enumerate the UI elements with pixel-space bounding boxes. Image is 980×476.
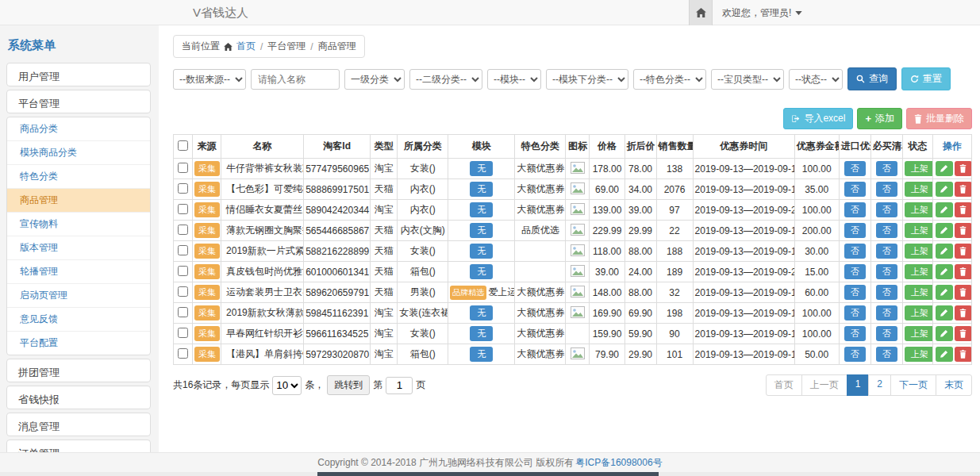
horizontal-scrollbar[interactable] [0,472,980,476]
sidebar-subitem-3[interactable]: 模块商品分类 [7,141,150,165]
import-pref-toggle[interactable]: 否 [844,326,866,341]
sidebar-item-15[interactable]: 订单管理 [6,440,151,452]
per-page-select[interactable]: 10 [272,376,302,395]
row-checkbox[interactable] [178,183,188,194]
user-menu[interactable]: 欢迎您，管理员! [713,6,812,20]
sidebar-subitem-4[interactable]: 特色分类 [7,165,150,189]
row-checkbox[interactable] [178,225,188,235]
sidebar-subitem-5[interactable]: 商品管理 [7,189,150,213]
sidebar-subitem-10[interactable]: 意见反馈 [7,308,150,332]
page-button-5[interactable]: 末页 [936,374,972,396]
delete-button[interactable] [955,326,972,341]
filter-select-5[interactable]: --模块下分类-- [546,69,628,90]
must-buy-toggle[interactable]: 否 [876,182,897,197]
jump-page-input[interactable] [386,377,413,394]
page-button-4[interactable]: 下一页 [890,374,936,396]
sidebar-subitem-6[interactable]: 宣传物料 [7,213,150,236]
import-pref-toggle[interactable]: 否 [844,223,866,238]
import-pref-toggle[interactable]: 否 [844,285,866,300]
must-buy-toggle[interactable]: 否 [876,326,897,341]
edit-button[interactable] [936,347,953,362]
import-pref-toggle[interactable]: 否 [844,161,866,176]
delete-button[interactable] [955,161,972,176]
edit-button[interactable] [936,161,953,176]
must-buy-toggle[interactable]: 否 [876,305,897,321]
edit-button[interactable] [936,264,953,279]
scrollbar-thumb[interactable] [317,472,659,476]
edit-button[interactable] [936,223,953,238]
page-button-1[interactable]: 上一页 [801,374,847,396]
must-buy-toggle[interactable]: 否 [876,244,897,259]
select-all-checkbox[interactable] [178,140,188,151]
row-checkbox[interactable] [178,204,188,214]
edit-button[interactable] [936,285,953,300]
row-checkbox[interactable] [178,328,188,338]
sidebar-item-13[interactable]: 省钱快报 [6,386,151,409]
jump-button[interactable]: 跳转到 [327,375,370,395]
sidebar-item-14[interactable]: 消息管理 [6,413,151,436]
edit-button[interactable] [936,182,953,197]
home-button[interactable] [689,0,713,25]
must-buy-toggle[interactable]: 否 [876,223,897,238]
page-button-2[interactable]: 1 [847,374,870,396]
edit-button[interactable] [936,326,953,341]
must-buy-toggle[interactable]: 否 [876,347,897,362]
import-pref-toggle[interactable]: 否 [844,305,866,321]
import-pref-toggle[interactable]: 否 [844,202,866,217]
delete-button[interactable] [955,264,972,279]
must-buy-toggle[interactable]: 否 [876,264,897,279]
add-button[interactable]: + 添加 [857,108,902,129]
status-toggle[interactable]: 上架 [905,223,933,238]
batch-delete-button[interactable]: 批量删除 [906,108,972,129]
icp-link[interactable]: 粤ICP备16098006号 [575,456,662,470]
sidebar-subitem-9[interactable]: 启动页管理 [7,284,150,308]
filter-select-6[interactable]: --特色分类-- [633,69,706,90]
delete-button[interactable] [955,347,972,362]
filter-select-4[interactable]: --模块-- [487,69,541,90]
breadcrumb-home-link[interactable]: 首页 [236,40,256,53]
must-buy-toggle[interactable]: 否 [876,202,897,217]
import-pref-toggle[interactable]: 否 [844,264,866,279]
reset-button[interactable]: 重置 [901,67,951,90]
filter-select-2[interactable]: 一级分类 [344,69,405,90]
delete-button[interactable] [955,202,972,217]
status-toggle[interactable]: 上架 [905,182,933,197]
import-pref-toggle[interactable]: 否 [844,347,866,362]
filter-select-8[interactable]: --状态-- [789,69,843,90]
edit-button[interactable] [936,202,953,217]
sidebar-item-1[interactable]: 平台管理 [6,90,151,113]
edit-button[interactable] [936,244,953,259]
filter-select-3[interactable]: --二级分类-- [409,69,482,90]
status-toggle[interactable]: 上架 [905,326,933,341]
search-button[interactable]: 查询 [847,67,897,90]
sidebar-subitem-8[interactable]: 轮播管理 [7,260,150,284]
sidebar-item-0[interactable]: 用户管理 [6,63,151,86]
must-buy-toggle[interactable]: 否 [876,285,897,300]
sidebar-subitem-7[interactable]: 版本管理 [7,236,150,260]
must-buy-toggle[interactable]: 否 [876,161,897,176]
import-pref-toggle[interactable]: 否 [844,244,866,259]
page-button-3[interactable]: 2 [868,374,891,396]
row-checkbox[interactable] [178,245,188,255]
name-search-input[interactable] [251,69,340,90]
delete-button[interactable] [955,223,972,238]
delete-button[interactable] [955,285,972,300]
status-toggle[interactable]: 上架 [905,305,933,321]
sidebar-item-12[interactable]: 拼团管理 [6,359,151,382]
row-checkbox[interactable] [178,163,188,173]
status-toggle[interactable]: 上架 [905,347,933,362]
row-checkbox[interactable] [178,348,188,359]
page-button-0[interactable]: 首页 [766,374,802,396]
delete-button[interactable] [955,305,972,321]
import-pref-toggle[interactable]: 否 [844,182,866,197]
status-toggle[interactable]: 上架 [905,285,933,300]
edit-button[interactable] [936,305,953,321]
import-excel-button[interactable]: 导入excel [783,108,853,129]
row-checkbox[interactable] [178,307,188,317]
status-toggle[interactable]: 上架 [905,264,933,279]
sidebar-subitem-2[interactable]: 商品分类 [7,117,150,141]
delete-button[interactable] [955,182,972,197]
status-toggle[interactable]: 上架 [905,161,933,176]
sidebar-subitem-11[interactable]: 平台配置 [7,332,150,355]
filter-select-0[interactable]: --数据来源-- [173,69,246,90]
